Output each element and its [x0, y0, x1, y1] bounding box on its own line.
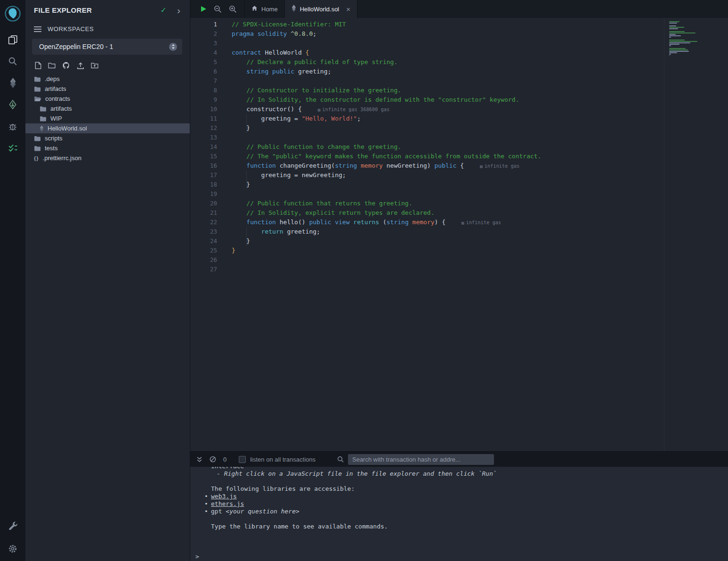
code-lines: 1// SPDX-License-Identifier: MIT2pragma …: [190, 20, 728, 274]
gas-icon: ▤: [461, 220, 464, 225]
ethers-js-link[interactable]: ethers.js: [211, 500, 244, 507]
workspace-select[interactable]: OpenZeppelin ERC20 - 1: [32, 39, 182, 55]
workspaces-menu-icon[interactable]: [34, 26, 41, 32]
code-line[interactable]: 8 // Constructor to initialize the greet…: [190, 86, 728, 95]
minimap[interactable]: [664, 18, 728, 451]
listen-transactions-checkbox[interactable]: [239, 456, 246, 463]
editor-tab-bar: Home HelloWorld.sol ×: [190, 0, 728, 18]
code-line[interactable]: 27: [190, 265, 728, 274]
line-number: 16: [190, 161, 217, 171]
code-line[interactable]: 22 function hello() public view returns …: [190, 218, 728, 227]
code-text: return greeting;: [217, 227, 320, 236]
code-line[interactable]: 4contract HelloWorld {: [190, 48, 728, 57]
web3-js-link[interactable]: web3.js: [211, 493, 237, 500]
minimap-line: [669, 52, 677, 53]
load-local-file-icon[interactable]: [91, 62, 98, 69]
terminal-line: - Right click on a JavaScript file in th…: [217, 470, 728, 478]
file-explorer-panel: FILE EXPLORER ✓ › WORKSPACES OpenZeppeli…: [25, 0, 190, 561]
remix-logo[interactable]: [4, 4, 22, 24]
code-line[interactable]: 11 greeting = "Hello, World!";: [190, 114, 728, 123]
new-folder-icon[interactable]: [48, 62, 56, 69]
code-line[interactable]: 26: [190, 255, 728, 265]
tree-item-prettierrc-json[interactable]: {}.prettierrc.json: [25, 153, 190, 163]
code-line[interactable]: 24 }: [190, 236, 728, 246]
code-line[interactable]: 1// SPDX-License-Identifier: MIT: [190, 20, 728, 29]
tree-item-helloworld-sol[interactable]: HelloWorld.sol: [25, 123, 190, 133]
clear-console-icon[interactable]: [210, 456, 216, 463]
tab-helloworld-sol[interactable]: HelloWorld.sol ×: [285, 0, 357, 18]
tree-item-artifacts[interactable]: artifacts: [25, 84, 190, 94]
search-icon[interactable]: [7, 56, 18, 67]
code-line[interactable]: 14 // Public function to change the gree…: [190, 142, 728, 152]
settings-icon[interactable]: [7, 543, 18, 554]
publish-gist-icon[interactable]: [77, 62, 84, 69]
minimap-line: [669, 54, 671, 55]
tree-item-deps[interactable]: .deps: [25, 74, 190, 84]
workspace-switch-icon[interactable]: [169, 43, 177, 51]
chevron-right-icon[interactable]: ›: [177, 7, 180, 14]
main-area: Home HelloWorld.sol × 1// SPDX-License-I…: [190, 0, 728, 561]
code-line[interactable]: 12 }: [190, 123, 728, 133]
code-line[interactable]: 10 constructor() {▤infinite gas 368600 g…: [190, 105, 728, 114]
code-line[interactable]: 25}: [190, 246, 728, 255]
code-line[interactable]: 16 function changeGreeting(string memory…: [190, 161, 728, 171]
code-line[interactable]: 6 string public greeting;: [190, 67, 728, 76]
expand-terminal-icon[interactable]: [196, 456, 202, 463]
tree-item-scripts[interactable]: scripts: [25, 133, 190, 143]
terminal-line: Type the library name to see available c…: [211, 523, 728, 530]
code-text: }: [217, 246, 235, 255]
zoom-out-icon[interactable]: [214, 5, 222, 13]
bullet-icon: •: [204, 493, 211, 500]
code-line[interactable]: 15 // The "public" keyword makes the fun…: [190, 152, 728, 161]
tree-item-wip[interactable]: WIP: [25, 114, 190, 123]
new-file-icon[interactable]: [35, 62, 41, 69]
code-line[interactable]: 5 // Declare a public field of type stri…: [190, 57, 728, 67]
code-line[interactable]: 7: [190, 76, 728, 86]
code-line[interactable]: 18 }: [190, 180, 728, 189]
code-text: // Constructor to initialize the greetin…: [217, 86, 401, 95]
minimap-line: [669, 41, 697, 42]
minimap-line: [669, 24, 728, 25]
github-icon[interactable]: [62, 62, 70, 69]
debugger-icon[interactable]: [7, 121, 18, 132]
code-line[interactable]: 17 greeting = newGreeting;: [190, 171, 728, 180]
minimap-line: [669, 48, 686, 49]
folder-icon: [40, 106, 47, 112]
unit-testing-icon[interactable]: [7, 142, 18, 154]
close-icon[interactable]: ×: [346, 5, 350, 13]
tree-item-tests[interactable]: tests: [25, 143, 190, 153]
code-line[interactable]: 2pragma solidity ^0.8.0;: [190, 29, 728, 39]
tab-home[interactable]: Home: [244, 0, 285, 18]
line-number: 20: [190, 199, 217, 208]
gas-icon: ▤: [318, 107, 321, 112]
code-line[interactable]: 19: [190, 189, 728, 199]
code-line[interactable]: 20 // Public function that returns the g…: [190, 199, 728, 208]
tree-item-artifacts[interactable]: artifacts: [25, 104, 190, 114]
gas-estimate: ▤infinite gas 368600 gas: [318, 107, 390, 112]
code-line[interactable]: 13: [190, 133, 728, 142]
code-line[interactable]: 21 // In Solidity, explicit return types…: [190, 208, 728, 218]
terminal-search-input[interactable]: [348, 454, 494, 465]
line-number: 23: [190, 227, 217, 236]
check-icon[interactable]: ✓: [161, 6, 167, 15]
deploy-run-icon[interactable]: [7, 99, 18, 110]
line-number: 5: [190, 57, 217, 67]
code-line[interactable]: 3: [190, 39, 728, 48]
tree-item-contracts[interactable]: contracts: [25, 94, 190, 104]
minimap-line: [669, 57, 728, 57]
code-line[interactable]: 23 return greeting;: [190, 227, 728, 236]
remix-ide: FILE EXPLORER ✓ › WORKSPACES OpenZeppeli…: [0, 0, 728, 561]
tree-item-label: HelloWorld.sol: [48, 125, 87, 132]
zoom-in-icon[interactable]: [229, 5, 237, 13]
minimap-line: [669, 47, 728, 48]
code-line[interactable]: 9 // In Solidity, the constructor is def…: [190, 95, 728, 105]
tab-home-label: Home: [261, 6, 278, 13]
file-explorer-icon[interactable]: [7, 34, 18, 45]
folder-open-icon: [34, 96, 41, 102]
run-script-icon[interactable]: [200, 6, 207, 12]
minimap-line: [669, 30, 728, 31]
workspaces-label: WORKSPACES: [48, 25, 94, 33]
code-editor[interactable]: 1// SPDX-License-Identifier: MIT2pragma …: [190, 18, 728, 451]
solidity-compiler-icon[interactable]: [7, 77, 18, 89]
plugin-manager-icon[interactable]: [7, 520, 18, 531]
